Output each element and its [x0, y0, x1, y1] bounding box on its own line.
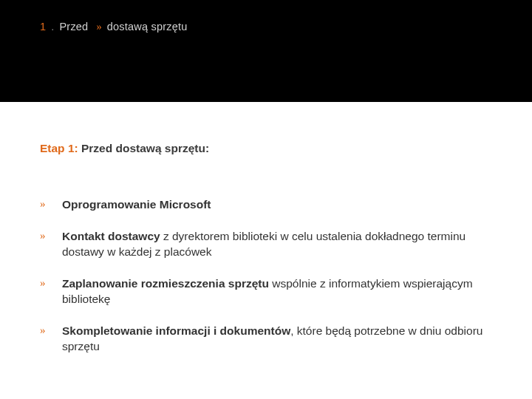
list-item: » Kontakt dostawcy z dyrektorem bibliote… [40, 228, 489, 259]
list-item-text: Kontakt dostawcy z dyrektorem biblioteki… [62, 228, 489, 259]
breadcrumb-first-word: Przed [60, 21, 89, 33]
section-title-rest: Przed dostawą sprzętu: [78, 142, 209, 154]
section-title-accent: Etap 1: [40, 142, 78, 154]
slide-content: Etap 1: Przed dostawą sprzętu: » Oprogra… [0, 102, 532, 354]
list-item-text: Skompletowanie informacji i dokumentów, … [62, 323, 489, 354]
bullet-list: » Oprogramowanie Microsoft » Kontakt dos… [40, 197, 489, 354]
list-item: » Oprogramowanie Microsoft [40, 197, 489, 212]
breadcrumb-separator: . [51, 21, 54, 33]
slide-header: 1 . Przed » dostawą sprzętu [0, 0, 532, 102]
list-item: » Zaplanowanie rozmieszczenia sprzętu ws… [40, 276, 489, 307]
list-item-bold: Skompletowanie informacji i dokumentów [62, 324, 290, 337]
bullet-icon: » [40, 276, 50, 291]
list-item-bold: Oprogramowanie Microsoft [62, 198, 211, 211]
list-item-text: Zaplanowanie rozmieszczenia sprzętu wspó… [62, 276, 489, 307]
list-item-text: Oprogramowanie Microsoft [62, 197, 211, 212]
list-item: » Skompletowanie informacji i dokumentów… [40, 323, 489, 354]
bullet-icon: » [40, 323, 50, 338]
bullet-icon: » [40, 197, 50, 212]
list-item-bold: Kontakt dostawcy [62, 230, 160, 242]
section-title: Etap 1: Przed dostawą sprzętu: [40, 142, 489, 155]
breadcrumb-rest: dostawą sprzętu [107, 21, 188, 33]
bullet-icon: » [40, 228, 50, 244]
breadcrumb: 1 . Przed » dostawą sprzętu [40, 21, 492, 33]
chevron-right-icon: » [96, 21, 101, 33]
breadcrumb-number: 1 [40, 21, 46, 33]
list-item-bold: Zaplanowanie rozmieszczenia sprzętu [62, 277, 269, 290]
